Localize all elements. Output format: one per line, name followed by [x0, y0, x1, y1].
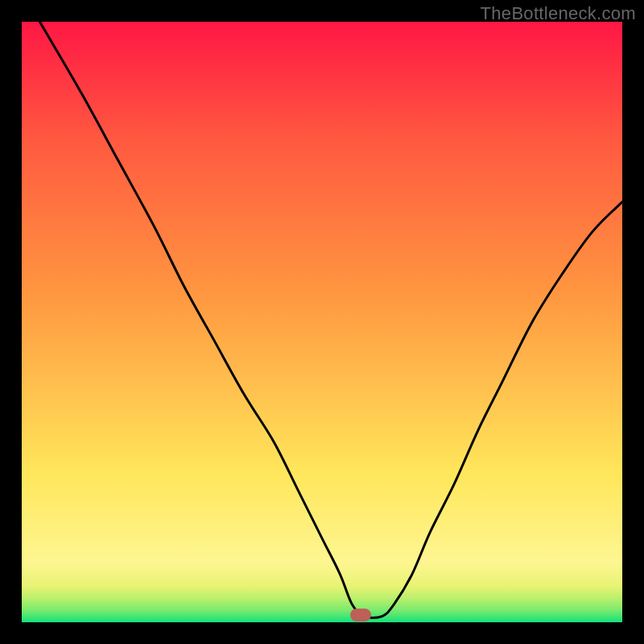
plot-area: [22, 22, 622, 622]
optimal-marker: [350, 609, 371, 621]
plot-svg: [22, 22, 622, 622]
chart-frame: TheBottleneck.com: [0, 0, 644, 644]
